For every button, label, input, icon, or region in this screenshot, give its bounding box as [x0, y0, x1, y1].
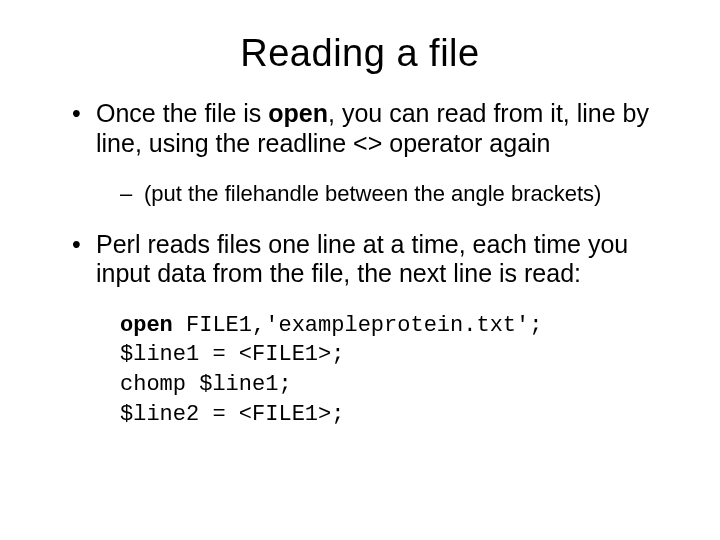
sub-bullet-1-text: (put the filehandle between the angle br…: [144, 181, 601, 206]
bullet-2-text: Perl reads files one line at a time, eac…: [96, 230, 628, 288]
bullet-1-text-pre: Once the file is: [96, 99, 268, 127]
bullet-1-text-bold: open: [268, 99, 328, 127]
code-line-2: $line1 = <FILE1>;: [120, 342, 344, 367]
slide: Reading a file Once the file is open, yo…: [0, 0, 720, 540]
code-line-4: $line2 = <FILE1>;: [120, 402, 344, 427]
bullet-item-1: Once the file is open, you can read from…: [72, 99, 672, 208]
code-keyword-open: open: [120, 313, 173, 338]
code-line-3: chomp $line1;: [120, 372, 292, 397]
sub-bullet-list: (put the filehandle between the angle br…: [96, 180, 672, 208]
bullet-item-2: Perl reads files one line at a time, eac…: [72, 230, 672, 289]
bullet-list: Once the file is open, you can read from…: [48, 99, 672, 289]
code-line-1-rest: FILE1,'exampleprotein.txt';: [173, 313, 543, 338]
slide-title: Reading a file: [48, 32, 672, 75]
sub-bullet-item-1: (put the filehandle between the angle br…: [120, 180, 672, 208]
code-block: open FILE1,'exampleprotein.txt'; $line1 …: [120, 311, 672, 430]
